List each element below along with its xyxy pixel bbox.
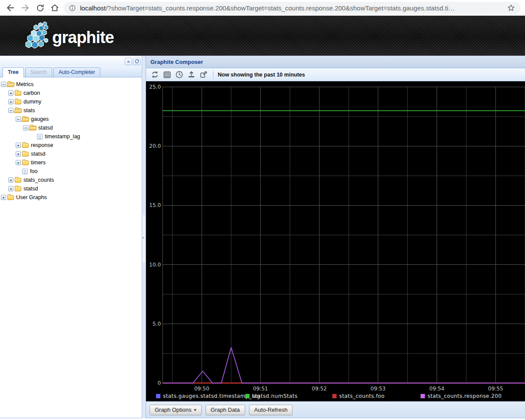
panel-splitter[interactable]: ◂ xyxy=(142,56,146,418)
composer-chart-svg: 05.010.015.020.025.009:5009:5109:5209:53… xyxy=(146,81,525,401)
tree-expander-plus-icon[interactable]: + xyxy=(8,177,13,183)
tree-expander-plus-icon[interactable]: + xyxy=(16,160,21,165)
refresh-icon[interactable] xyxy=(150,70,160,80)
tree-expander-minus-icon[interactable]: − xyxy=(1,82,6,87)
folder-icon xyxy=(15,178,21,183)
folder-icon xyxy=(22,152,29,157)
tree-node-user-graphs[interactable]: +User Graphs xyxy=(0,193,142,202)
folder-open-icon xyxy=(30,126,36,130)
graphite-logo: graphite xyxy=(24,21,125,53)
site-info-icon[interactable] xyxy=(69,4,76,12)
svg-text:09:53: 09:53 xyxy=(371,386,386,392)
tree-node-label: stats_counts xyxy=(23,177,54,183)
tree-node-label: carbon xyxy=(23,90,40,96)
folder-open-icon xyxy=(22,117,29,122)
tab-search[interactable]: Search xyxy=(25,67,52,77)
tree-node-label: User Graphs xyxy=(16,194,47,200)
tree-expander-plus-icon[interactable]: + xyxy=(8,99,13,104)
tree-node-response[interactable]: +response xyxy=(0,141,142,150)
calendar-icon[interactable] xyxy=(162,70,172,80)
svg-text:stats_counts.response.200: stats_counts.response.200 xyxy=(428,393,502,399)
tree-node-timers[interactable]: +timers xyxy=(0,158,142,167)
graph-canvas: 05.010.015.020.025.009:5009:5109:5209:53… xyxy=(146,81,525,401)
sidebar-header: « xyxy=(0,56,142,66)
tree-node-label: Metrics xyxy=(16,81,33,87)
svg-text:25.0: 25.0 xyxy=(149,84,161,90)
graph-data-button[interactable]: Graph Data xyxy=(206,405,245,415)
svg-text:09:50: 09:50 xyxy=(194,386,209,392)
tree-node-label: timers xyxy=(31,160,46,166)
clock-icon[interactable] xyxy=(174,70,184,80)
svg-text:09:54: 09:54 xyxy=(429,386,445,392)
save-icon[interactable] xyxy=(186,70,196,80)
status-text: Now showing the past 10 minutes xyxy=(218,72,305,78)
tree-refresh-icon[interactable] xyxy=(133,58,140,65)
tree-node-gauges[interactable]: −gauges xyxy=(0,115,142,123)
tree-node-label: stats xyxy=(23,107,35,113)
auto-refresh-button[interactable]: Auto-Refresh xyxy=(249,405,293,415)
page-title: Graphite Composer xyxy=(150,59,203,65)
tree-expander-minus-icon[interactable]: − xyxy=(8,108,13,113)
tree-expander-plus-icon[interactable]: + xyxy=(16,143,21,148)
tree-expander-minus-icon[interactable]: − xyxy=(23,125,28,130)
sidebar: « Tree Search Auto-Completer −Metrics+ca… xyxy=(0,56,142,418)
tree-node-dummy[interactable]: +dummy xyxy=(0,97,142,106)
svg-text:statsd.numStats: statsd.numStats xyxy=(252,393,297,399)
tree-expander-minus-icon[interactable]: − xyxy=(16,117,21,122)
home-icon[interactable] xyxy=(49,2,61,14)
tree-node-label: timestamp_lag xyxy=(45,133,80,140)
bookmark-star-icon[interactable] xyxy=(507,3,515,12)
url-text[interactable]: localhost/?showTarget=stats_counts.respo… xyxy=(80,4,503,12)
svg-text:stats_counts.foo: stats_counts.foo xyxy=(339,393,385,399)
tree-node-metrics[interactable]: −Metrics xyxy=(0,80,142,89)
tree-expander-plus-icon[interactable]: + xyxy=(8,186,13,191)
forward-icon[interactable] xyxy=(19,2,31,14)
svg-text:10.0: 10.0 xyxy=(149,262,161,268)
tree-node-stats[interactable]: −stats xyxy=(0,106,142,115)
address-bar[interactable]: localhost/?showTarget=stats_counts.respo… xyxy=(63,2,521,14)
folder-icon xyxy=(22,160,29,165)
tree-node-label: statsd xyxy=(38,125,53,131)
reload-icon[interactable] xyxy=(34,2,46,14)
tree-node-carbon[interactable]: +carbon xyxy=(0,89,142,97)
toolbar-separator xyxy=(213,71,213,79)
tree-expander-plus-icon[interactable]: + xyxy=(1,195,6,200)
collapse-left-icon[interactable]: « xyxy=(125,58,132,65)
metric-leaf-icon xyxy=(22,169,28,174)
tree-node-statsd[interactable]: −statsd xyxy=(0,123,142,132)
folder-icon xyxy=(7,195,14,200)
svg-text:09:55: 09:55 xyxy=(488,386,503,392)
back-icon[interactable] xyxy=(4,2,17,14)
tree-node-label: gauges xyxy=(31,116,49,122)
composer-header: Graphite Composer xyxy=(146,56,525,68)
tree-expander-plus-icon[interactable]: + xyxy=(16,151,21,157)
svg-text:15.0: 15.0 xyxy=(149,202,161,208)
tree-node-statsd[interactable]: +statsd xyxy=(0,184,142,193)
tab-auto-completer[interactable]: Auto-Completer xyxy=(53,67,100,77)
tree-node-timestamp-lag[interactable]: timestamp_lag xyxy=(0,132,142,141)
logo-text: graphite xyxy=(52,28,114,47)
dropdown-caret-icon: ▾ xyxy=(194,407,196,412)
tree-node-stats-counts[interactable]: +stats_counts xyxy=(0,176,142,184)
tree-node-label: response xyxy=(31,142,53,148)
folder-open-icon xyxy=(7,82,14,87)
share-icon[interactable] xyxy=(198,70,209,80)
browser-toolbar: localhost/?showTarget=stats_counts.respo… xyxy=(0,0,525,16)
tree-node-label: dummy xyxy=(23,99,41,105)
tree-node-label: statsd xyxy=(31,151,45,157)
svg-text:20.0: 20.0 xyxy=(149,143,161,149)
graph-options-button[interactable]: Graph Options ▾ xyxy=(150,405,202,415)
tree-node-foo[interactable]: foo xyxy=(0,167,142,176)
svg-text:5.0: 5.0 xyxy=(153,321,161,327)
logo-hex-cluster xyxy=(26,22,48,48)
folder-icon xyxy=(15,187,21,191)
splitter-collapse-icon[interactable]: ◂ xyxy=(142,236,144,240)
composer-panel: Graphite Composer Now showing the past 1… xyxy=(146,56,525,418)
tree-node-label: foo xyxy=(30,168,37,174)
folder-icon xyxy=(15,100,21,104)
tree-node-statsd[interactable]: +statsd xyxy=(0,150,142,158)
tree-expander-plus-icon[interactable]: + xyxy=(8,90,13,96)
folder-open-icon xyxy=(15,108,21,113)
window-footer xyxy=(0,418,525,420)
tab-tree[interactable]: Tree xyxy=(3,67,24,77)
